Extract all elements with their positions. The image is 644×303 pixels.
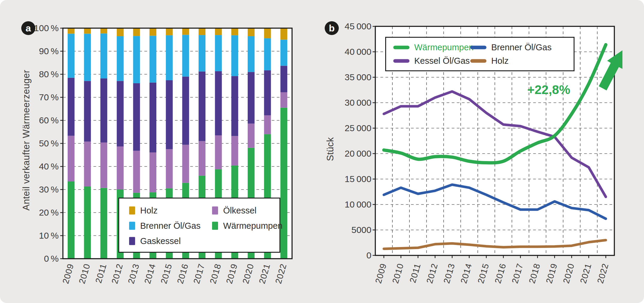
panel-a-x-tick-label: 2012 bbox=[110, 263, 125, 285]
panel-b-y-tick-label: 0 bbox=[366, 250, 371, 260]
panel-a-x-tick-label: 2009 bbox=[61, 263, 75, 285]
bar-segment-brenner-l-gas bbox=[100, 34, 107, 78]
bar-segment-holz bbox=[133, 28, 140, 36]
panel-b-y-tick-label: 5000 bbox=[351, 225, 371, 235]
panel-a-x-tick-label: 2015 bbox=[159, 263, 174, 285]
panel-a-x-tick-label: 2018 bbox=[208, 263, 223, 285]
panel-a-y-tick-label: 20 % bbox=[39, 207, 59, 217]
legend-swatch-icon bbox=[470, 46, 486, 49]
legend-label: Brenner Öl/Gas bbox=[140, 221, 200, 231]
legend-item-holz: Holz bbox=[470, 56, 509, 66]
panel-b-y-tick-label: 35 000 bbox=[345, 72, 371, 82]
panel-a-y-axis-title: Anteil verkaufter Wärmeerzeuger bbox=[21, 70, 32, 210]
legend-label: Wärmepumpen bbox=[223, 221, 282, 231]
legend-item-w-rmepumpen: Wärmepumpen bbox=[212, 221, 282, 231]
panel-b-x-tick-label: 2019 bbox=[544, 262, 559, 285]
bar-segment--lkessel bbox=[117, 146, 124, 190]
legend-label: Holz bbox=[140, 206, 158, 216]
figure-heating-systems: 0 %10 %20 %30 %40 %50 %60 %70 %80 %90 %1… bbox=[0, 0, 644, 303]
bar-segment-holz bbox=[182, 28, 189, 35]
legend-swatch-icon bbox=[393, 46, 409, 49]
panel-b-x-tick-label: 2021 bbox=[578, 262, 593, 285]
bar-segment-brenner-l-gas bbox=[182, 35, 189, 76]
legend-swatch-icon bbox=[129, 222, 135, 230]
legend-swatch-icon bbox=[393, 59, 409, 63]
bar-segment--lkessel bbox=[264, 115, 271, 134]
panel-a-x-tick-label: 2020 bbox=[241, 263, 256, 285]
panel-b-legend: WärmepumpenBrenner Öl/GasKessel Öl/GasHo… bbox=[385, 37, 575, 71]
bar-segment-brenner-l-gas bbox=[199, 35, 205, 72]
bar-segment-holz bbox=[166, 28, 173, 35]
bar-segment-gaskessel bbox=[84, 81, 91, 142]
bar-segment-w-rmepumpen bbox=[84, 187, 91, 259]
legend-swatch-icon bbox=[212, 207, 218, 215]
bar-segment-holz bbox=[215, 28, 222, 35]
legend-item-holz: Holz bbox=[129, 206, 158, 216]
panel-a-y-tick-label: 40 % bbox=[39, 161, 59, 171]
bar-segment-gaskessel bbox=[182, 77, 189, 145]
bar-segment-gaskessel bbox=[215, 71, 222, 135]
legend-label: Wärmepumpen bbox=[414, 43, 474, 52]
bar-segment--lkessel bbox=[248, 124, 255, 148]
bar-segment--lkessel bbox=[133, 151, 140, 193]
panel-a-y-tick-label: 70 % bbox=[39, 92, 59, 102]
growth-annotation: +22,8% bbox=[527, 83, 570, 97]
panel-a-x-tick-label: 2022 bbox=[273, 263, 288, 285]
legend-label: Gaskessel bbox=[140, 236, 181, 246]
panel-a-y-tick-label: 30 % bbox=[39, 184, 59, 194]
legend-item-brenner-l-gas: Brenner Öl/Gas bbox=[470, 43, 551, 52]
bar-segment--lkessel bbox=[182, 145, 189, 183]
panel-b-x-tick-label: 2009 bbox=[374, 262, 388, 285]
bar-segment-brenner-l-gas bbox=[215, 35, 222, 71]
bar-segment-holz bbox=[280, 28, 287, 40]
bar-segment-brenner-l-gas bbox=[133, 36, 140, 83]
panel-b-y-tick-label: 40 000 bbox=[345, 47, 371, 57]
legend-swatch-icon bbox=[129, 237, 135, 245]
panel-b-y-tick-label: 20 000 bbox=[345, 149, 371, 158]
bar-segment-holz bbox=[68, 28, 75, 34]
bar-segment--lkessel bbox=[215, 135, 222, 169]
panel-a-y-tick-label: 80 % bbox=[39, 69, 59, 79]
bar-segment--lkessel bbox=[199, 141, 205, 176]
legend-label: Brenner Öl/Gas bbox=[491, 43, 551, 52]
bar-segment--lkessel bbox=[231, 136, 238, 166]
bar-segment-gaskessel bbox=[199, 72, 205, 141]
panel-a-badge: a bbox=[21, 21, 35, 35]
legend-swatch-icon bbox=[129, 207, 135, 215]
panel-a-x-tick-label: 2021 bbox=[257, 263, 272, 285]
bar-segment-w-rmepumpen bbox=[68, 181, 75, 259]
bar-segment-gaskessel bbox=[248, 72, 255, 123]
panel-b-x-tick-label: 2011 bbox=[408, 262, 422, 284]
legend-item-w-rmepumpen: Wärmepumpen bbox=[393, 43, 474, 52]
panel-b-x-tick-label: 2012 bbox=[425, 262, 440, 285]
bar-segment-brenner-l-gas bbox=[166, 35, 173, 80]
panel-b-y-tick-label: 25 000 bbox=[345, 123, 371, 133]
panel-a-y-tick-label: 100 % bbox=[34, 23, 59, 33]
panel-a-y-tick-label: 0 % bbox=[44, 254, 59, 263]
bar-segment--lkessel bbox=[68, 136, 75, 181]
bar-segment-holz bbox=[231, 28, 238, 35]
bar-segment-brenner-l-gas bbox=[117, 36, 124, 81]
panel-a-x-tick-label: 2017 bbox=[192, 263, 207, 285]
bar-segment-brenner-l-gas bbox=[280, 40, 287, 66]
bar-segment-gaskessel bbox=[133, 83, 140, 151]
bar-segment-holz bbox=[117, 28, 124, 36]
legend-swatch-icon bbox=[470, 59, 486, 63]
panel-b-x-tick-label: 2022 bbox=[595, 262, 610, 285]
legend-label: Kessel Öl/Gas bbox=[414, 56, 470, 66]
panel-b-x-tick-label: 2013 bbox=[442, 262, 457, 285]
bar-segment-gaskessel bbox=[117, 81, 124, 146]
panel-b-y-axis-title: Stück bbox=[325, 137, 336, 161]
bar-segment-brenner-l-gas bbox=[231, 35, 238, 76]
panel-b-y-tick-label: 15 000 bbox=[345, 174, 371, 184]
bar-segment-gaskessel bbox=[100, 78, 107, 143]
bar-segment--lkessel bbox=[166, 149, 173, 188]
bar-segment--lkessel bbox=[84, 142, 91, 187]
panel-b-y-tick-label: 10 000 bbox=[345, 199, 371, 209]
bar-segment-holz bbox=[264, 28, 271, 38]
legend-item--lkessel: Ölkessel bbox=[212, 206, 256, 216]
bar-segment--lkessel bbox=[280, 92, 287, 108]
panel-b-y-tick-label: 45 000 bbox=[345, 21, 371, 31]
panel-b-badge: b bbox=[325, 21, 339, 35]
legend-label: Ölkessel bbox=[223, 206, 256, 216]
